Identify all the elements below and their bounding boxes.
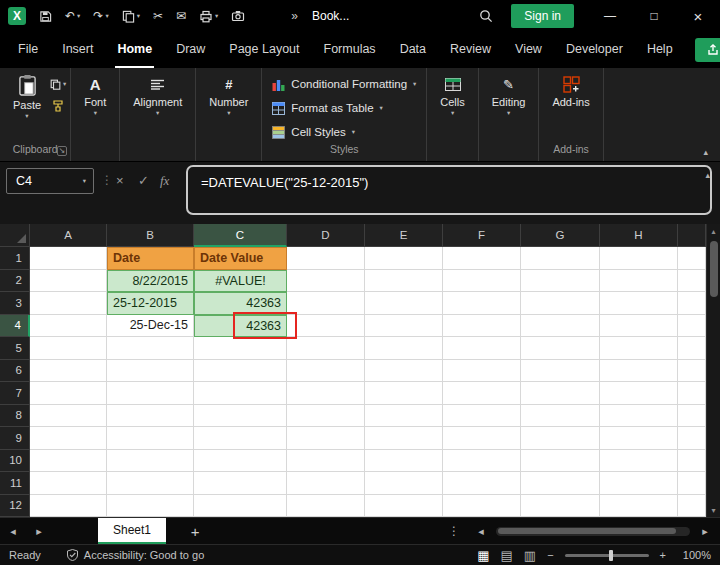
save-button[interactable]: [39, 10, 52, 23]
cell-B4[interactable]: 25-Dec-15: [107, 315, 194, 338]
cell-D9[interactable]: [287, 427, 365, 450]
number-group-button[interactable]: # Number ▾: [200, 72, 257, 143]
maximize-button[interactable]: □: [632, 0, 676, 32]
column-header-C[interactable]: C: [194, 224, 287, 247]
cell-A3[interactable]: [30, 292, 107, 315]
format-painter-button[interactable]: [52, 100, 64, 112]
cell-A5[interactable]: [30, 337, 107, 360]
column-header-A[interactable]: A: [30, 224, 107, 247]
cell-E1[interactable]: [365, 247, 443, 270]
copy-button[interactable]: ▾: [122, 10, 140, 23]
row-header-10[interactable]: 10: [0, 450, 30, 473]
cell-B8[interactable]: [107, 405, 194, 428]
cell-C8[interactable]: [194, 405, 287, 428]
cell-G12[interactable]: [521, 495, 600, 518]
cell-A4[interactable]: [30, 315, 107, 338]
cell-C6[interactable]: [194, 360, 287, 383]
cell-C4[interactable]: 42363: [194, 315, 287, 338]
cell-C11[interactable]: [194, 472, 287, 495]
cell-C1[interactable]: Date Value: [194, 247, 287, 270]
cell-A7[interactable]: [30, 382, 107, 405]
menu-tab-developer[interactable]: Developer: [564, 32, 625, 68]
cell-D5[interactable]: [287, 337, 365, 360]
menu-tab-view[interactable]: View: [513, 32, 544, 68]
close-button[interactable]: ×: [676, 0, 720, 32]
page-layout-view-button[interactable]: ▤: [501, 548, 513, 563]
cell-E6[interactable]: [365, 360, 443, 383]
scroll-right-icon[interactable]: ▸: [692, 525, 718, 538]
cell-B2[interactable]: 8/22/2015: [107, 270, 194, 293]
cell-C12[interactable]: [194, 495, 287, 518]
cell-D10[interactable]: [287, 450, 365, 473]
cell-F10[interactable]: [443, 450, 521, 473]
cell-A6[interactable]: [30, 360, 107, 383]
cell-B1[interactable]: Date: [107, 247, 194, 270]
cell-E8[interactable]: [365, 405, 443, 428]
cell-E3[interactable]: [365, 292, 443, 315]
cell-A8[interactable]: [30, 405, 107, 428]
cell-blank7[interactable]: [678, 382, 706, 405]
column-header-F[interactable]: F: [443, 224, 521, 247]
zoom-level[interactable]: 100%: [677, 549, 711, 561]
cell-F11[interactable]: [443, 472, 521, 495]
cell-H5[interactable]: [600, 337, 678, 360]
cell-B5[interactable]: [107, 337, 194, 360]
cell-C5[interactable]: [194, 337, 287, 360]
cell-blank6[interactable]: [678, 360, 706, 383]
cell-G10[interactable]: [521, 450, 600, 473]
redo-button[interactable]: ↷▾: [93, 10, 108, 22]
column-header-B[interactable]: B: [107, 224, 194, 247]
cell-F12[interactable]: [443, 495, 521, 518]
mail-button[interactable]: ✉: [176, 10, 186, 22]
row-header-6[interactable]: 6: [0, 360, 30, 383]
cell-blank3[interactable]: [678, 292, 706, 315]
vertical-scrollbar[interactable]: ▴ ▾: [706, 224, 720, 517]
vertical-scrollbar-thumb[interactable]: [710, 241, 718, 297]
menu-tab-help[interactable]: Help: [645, 32, 675, 68]
cell-C10[interactable]: [194, 450, 287, 473]
alignment-group-button[interactable]: Alignment ▾: [124, 72, 191, 143]
camera-button[interactable]: [231, 10, 245, 22]
zoom-out-button[interactable]: −: [547, 549, 553, 561]
cell-D2[interactable]: [287, 270, 365, 293]
cell-G9[interactable]: [521, 427, 600, 450]
cell-D7[interactable]: [287, 382, 365, 405]
cell-G3[interactable]: [521, 292, 600, 315]
clipboard-dialog-launcher[interactable]: ↘: [57, 146, 68, 156]
cell-A11[interactable]: [30, 472, 107, 495]
cell-G5[interactable]: [521, 337, 600, 360]
scroll-left-icon[interactable]: ◂: [468, 525, 494, 538]
cell-G7[interactable]: [521, 382, 600, 405]
cell-G1[interactable]: [521, 247, 600, 270]
cell-C3[interactable]: 42363: [194, 292, 287, 315]
name-box[interactable]: C4 ▾: [6, 168, 94, 194]
cell-G2[interactable]: [521, 270, 600, 293]
menu-tab-home[interactable]: Home: [115, 32, 154, 68]
cell-B11[interactable]: [107, 472, 194, 495]
cell-A12[interactable]: [30, 495, 107, 518]
row-header-4[interactable]: 4: [0, 315, 30, 338]
cell-F3[interactable]: [443, 292, 521, 315]
cell-blank8[interactable]: [678, 405, 706, 428]
search-button[interactable]: [479, 9, 493, 23]
undo-button[interactable]: ↶▾: [65, 10, 80, 22]
cell-B6[interactable]: [107, 360, 194, 383]
addins-button[interactable]: Add-ins: [543, 72, 598, 143]
cell-blank4[interactable]: [678, 315, 706, 338]
collapse-ribbon-button[interactable]: ▴: [703, 147, 708, 157]
cell-E7[interactable]: [365, 382, 443, 405]
cell-blank9[interactable]: [678, 427, 706, 450]
cell-D1[interactable]: [287, 247, 365, 270]
cell-D8[interactable]: [287, 405, 365, 428]
cell-F9[interactable]: [443, 427, 521, 450]
cell-F7[interactable]: [443, 382, 521, 405]
cells-group-button[interactable]: Cells ▾: [431, 72, 473, 143]
sign-in-button[interactable]: Sign in: [511, 4, 574, 28]
sheet-tab-sheet1[interactable]: Sheet1: [98, 518, 166, 544]
cell-A10[interactable]: [30, 450, 107, 473]
cell-E11[interactable]: [365, 472, 443, 495]
page-break-view-button[interactable]: ▥: [524, 548, 536, 563]
zoom-slider[interactable]: [565, 554, 649, 557]
enter-button[interactable]: ✓: [138, 173, 149, 188]
row-header-3[interactable]: 3: [0, 292, 30, 315]
